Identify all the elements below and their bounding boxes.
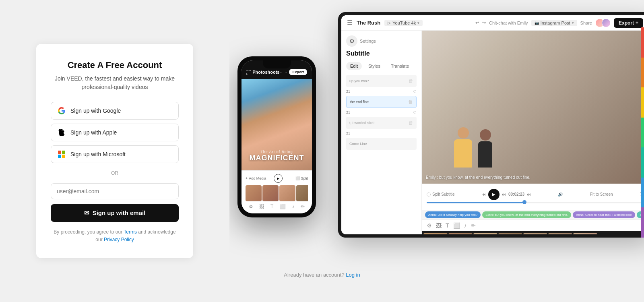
- phone-nav-icon2[interactable]: →: [284, 70, 287, 74]
- phone-project-title: Photoshoots: [252, 70, 279, 74]
- divider-line-right: [123, 173, 179, 173]
- divider-text: OR: [111, 170, 118, 176]
- music-icon[interactable]: ♪: [464, 222, 467, 229]
- phone-nav-icon[interactable]: ←: [279, 70, 283, 74]
- person-2: [478, 129, 492, 168]
- palette-teal[interactable]: [641, 147, 644, 178]
- filmstrip: [422, 231, 644, 235]
- apple-signup-button[interactable]: Sign up with Apple: [51, 124, 179, 141]
- phone-filmstrip: [246, 185, 308, 201]
- phone-notch: [263, 60, 291, 68]
- video-preview: Emily : but you know, at the end everyth…: [422, 31, 644, 184]
- video-caption-text: Emily : but you know, at the end everyth…: [426, 175, 644, 180]
- delete-icon-2[interactable]: 🗑: [408, 99, 413, 105]
- tablet-format-label: YouTube 4k: [392, 21, 416, 25]
- filmstrip-frame-7: [573, 233, 597, 235]
- chip-2[interactable]: Stars: but you know, at the end everythi…: [482, 211, 571, 218]
- tab-styles[interactable]: Styles: [364, 62, 384, 70]
- subtitle-line-3[interactable]: t, I worried sick! 🗑: [346, 117, 417, 129]
- palette-blue[interactable]: [641, 178, 644, 208]
- phone-header-right: ← → Export: [279, 69, 307, 75]
- terms-link[interactable]: Terms: [124, 229, 137, 235]
- microsoft-signup-button[interactable]: Sign up with Microsoft: [51, 145, 179, 163]
- subtitle-line-4[interactable]: Come Line: [346, 138, 417, 150]
- color-palette: [641, 31, 644, 234]
- phone-frame-2: [262, 185, 279, 201]
- email-input[interactable]: [51, 183, 179, 199]
- palette-red[interactable]: [641, 31, 644, 58]
- skip-forward-2-icon[interactable]: ⏭: [527, 192, 531, 197]
- privacy-link[interactable]: Privacy Policy: [104, 237, 134, 242]
- settings-bottom-icon[interactable]: ⚙: [427, 222, 432, 229]
- palette-purple[interactable]: [641, 207, 644, 234]
- playback-controls: ⏮ ▶ ⏭ 00:02:23 ⏭: [482, 189, 531, 200]
- tablet-share-label[interactable]: Share: [580, 21, 592, 25]
- fit-screen-label[interactable]: Fit to Screen: [590, 192, 613, 197]
- people: [454, 127, 492, 168]
- signup-email-label: Sign up with email: [93, 209, 146, 216]
- split-icon: ⬜: [295, 176, 300, 180]
- tablet-header-right: ↩ ↪ Chit-chat with Emily 📷 Instagram Pos…: [475, 18, 643, 28]
- palette-green[interactable]: [641, 118, 644, 148]
- tab-translate[interactable]: Translate: [387, 62, 413, 70]
- tab-edit[interactable]: Edit: [346, 62, 362, 70]
- sidebar-panel-title: Subtitle: [346, 50, 417, 57]
- phone-video-main-title-text: MAGNIFICENT: [250, 154, 304, 162]
- phone-image-icon[interactable]: 🖼: [259, 204, 264, 209]
- play-button[interactable]: ▶: [488, 189, 500, 200]
- tablet-export-label: Export: [619, 20, 634, 26]
- phone-music-icon[interactable]: ♪: [292, 204, 295, 209]
- phone-export-button[interactable]: Export: [289, 69, 307, 75]
- palette-orange[interactable]: [641, 58, 644, 88]
- time-row-1: 21⏱: [346, 89, 417, 93]
- right-section: ☰ The Rush ▷ YouTube 4k ▾ ↩ ↪ Chit-chat …: [229, 0, 644, 302]
- tablet-export-button[interactable]: Export +: [614, 18, 643, 28]
- tablet-breadcrumb: Chit-chat with Emily: [489, 21, 528, 25]
- apple-btn-label: Sign up with Apple: [70, 129, 117, 136]
- text-icon[interactable]: T: [446, 222, 449, 229]
- signup-card: Create A Free Account Join VEED, the fas…: [36, 44, 193, 258]
- phone-frame-1: [246, 185, 262, 201]
- phone-video-title: The Art of Being MAGNIFICENT: [250, 150, 304, 162]
- tablet-export-icon: +: [636, 20, 638, 26]
- skip-back-icon[interactable]: ⏮: [482, 192, 486, 197]
- phone-play-button[interactable]: ▶: [274, 174, 283, 183]
- filmstrip-frame-5: [523, 233, 547, 235]
- phone-text-icon[interactable]: T: [270, 204, 273, 209]
- settings-icon[interactable]: ⚙: [346, 35, 357, 47]
- video-controls: Split Subtitle ⏮ ▶ ⏭ 00:02:23 ⏭ 🔊 Fit to…: [422, 184, 644, 210]
- phone-shapes-icon[interactable]: ⬜: [280, 204, 286, 209]
- image-icon[interactable]: 🖼: [436, 222, 442, 229]
- phone-frame-4: [296, 185, 308, 201]
- google-signup-button[interactable]: Sign up with Google: [51, 102, 179, 120]
- subtitle-line-1[interactable]: up you two? 🗑: [346, 75, 417, 87]
- phone-brush-icon[interactable]: ✏: [301, 204, 305, 209]
- tablet-sidebar: ⚙ Settings Subtitle Edit Styles Translat…: [341, 31, 422, 234]
- chip-3[interactable]: Anna: Great to hear that. I worried sick…: [573, 211, 635, 218]
- skip-forward-icon[interactable]: ⏭: [502, 192, 506, 197]
- divider: OR: [51, 170, 179, 176]
- divider-line-left: [51, 173, 106, 173]
- timeline-progress: [427, 202, 524, 203]
- palette-yellow[interactable]: [641, 87, 644, 118]
- phone-add-media-label[interactable]: + Add Media: [246, 176, 266, 180]
- controls-top-row: Split Subtitle ⏮ ▶ ⏭ 00:02:23 ⏭ 🔊 Fit to…: [427, 187, 644, 202]
- volume-icon[interactable]: 🔊: [558, 192, 563, 197]
- undo-icon[interactable]: ↩: [475, 20, 479, 25]
- layers-icon[interactable]: ⬜: [453, 222, 460, 229]
- signup-email-button[interactable]: ✉ Sign up with email: [51, 204, 179, 222]
- tablet-breadcrumb2-tag: 📷 Instagram Post ▾: [531, 20, 577, 26]
- phone-settings-icon[interactable]: ⚙: [249, 204, 253, 209]
- timeline-bar[interactable]: [427, 202, 644, 203]
- delete-icon-1[interactable]: 🗑: [409, 78, 413, 84]
- subtitle-line-2[interactable]: the end fine 🗑: [346, 96, 417, 108]
- brush-icon[interactable]: ✏: [471, 222, 476, 229]
- hamburger-icon[interactable]: ☰: [347, 19, 353, 27]
- delete-icon-3[interactable]: 🗑: [409, 120, 413, 126]
- bottom-icon-bar: ⚙ 🖼 T ⬜ ♪ ✏: [422, 219, 644, 231]
- chip-1[interactable]: Anna: Did it actually help you two?: [425, 211, 481, 218]
- microsoft-btn-label: Sign up with Microsoft: [70, 151, 126, 157]
- tablet-mockup: ☰ The Rush ▷ YouTube 4k ▾ ↩ ↪ Chit-chat …: [338, 12, 644, 238]
- redo-icon[interactable]: ↪: [482, 20, 486, 25]
- phone-signal: •••• ▸: [246, 68, 252, 76]
